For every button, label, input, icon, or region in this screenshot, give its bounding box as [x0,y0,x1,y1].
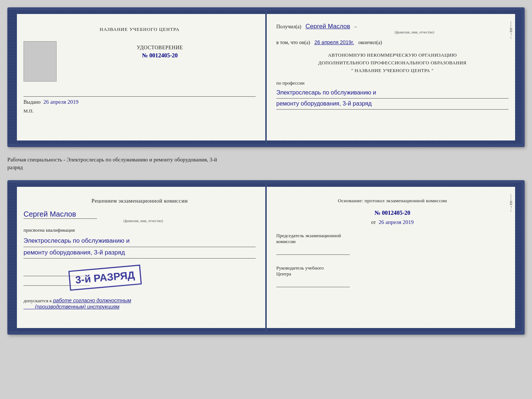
cert1-id-value: 0012405-20 [149,52,177,58]
cert1-date-suffix: окончил(а) [358,40,382,45]
specialty-text-content: Рабочая специальность - Электрослесарь п… [7,157,217,170]
cert1-org-line3: " НАЗВАНИЕ УЧЕБНОГО ЦЕНТРА " [276,67,508,75]
cert2-date-value: 26 апреля 2019 [378,219,414,225]
cert1-left-page: НАЗВАНИЕ УЧЕБНОГО ЦЕНТРА УДОСТОВЕРЕНИЕ №… [10,10,266,144]
cert2-left-page: Решением экзаменационной комиссии Сергей… [10,183,266,332]
cert1-training-center-title: НАЗВАНИЕ УЧЕБНОГО ЦЕНТРА [24,26,256,32]
cert2-director-text: Руководитель учебногоЦентра [276,265,324,277]
cert2-chairman-label: Председатель экзаменационнойкомиссии [276,233,508,245]
cert1-org-line2: ДОПОЛНИТЕЛЬНОГО ПРОФЕССИОНАЛЬНОГО ОБРАЗО… [276,59,508,67]
cert2-doc-prefix: № [374,210,380,216]
cert2-right-decoration: –––иа←– [507,194,515,212]
cert2-right-page: Основание: протокол экзаменационной коми… [266,183,522,332]
cert1-recipient-name: Сергей Маслов [305,23,350,30]
cert1-mp: М.П. [24,108,256,114]
certificate-book-2: Решением экзаменационной комиссии Сергей… [7,180,525,335]
left-spine-strip-2 [10,183,17,332]
cert2-stamp-text: 3-й РАЗРЯД [75,269,135,286]
cert2-chairman-sig [276,247,350,255]
cert1-right-decoration: –––иа←– [507,21,515,39]
cert1-id-prefix: № [142,52,148,58]
cert1-profession-line2: ремонту оборудования, 3-й разряд [276,99,508,110]
cert1-org-block: АВТОНОМНУЮ НЕКОММЕРЧЕСКУЮ ОРГАНИЗАЦИЮ ДО… [276,51,508,74]
cert1-issued-line: Выдано 26 апреля 2019 [24,96,256,105]
cert1-profession-label: по профессии [276,80,508,86]
cert1-profession-line1: Электрослесарь по обслуживанию и [276,88,508,99]
cert2-name-block: Сергей Маслов (фамилия, имя, отчество) [24,210,256,223]
cert2-name-hint: (фамилия, имя, отчество) [31,219,256,223]
cert2-recipient-name: Сергей Маслов [24,210,97,219]
cert2-director-sig [276,280,350,287]
cert1-issued-label: Выдано [24,99,41,105]
cert2-qual-line1: Электрослесарь по обслуживанию и [24,235,256,247]
cert1-date-prefix: в том, что он(а) [276,40,310,45]
cert2-date-prefix: от [371,220,376,225]
cert1-date-value: 26 апреля 2019г. [314,39,354,45]
cert1-right-page: Получил(а) Сергей Маслов – (фамилия, имя… [266,10,522,144]
cert2-allowed-prefix: допускается к [24,298,52,303]
cert2-qual-line2: ремонту оборудования, 3-й разряд [24,247,256,259]
cert2-chairman-text: Председатель экзаменационнойкомиссии [276,233,341,244]
cert1-org-line1: АВТОНОМНУЮ НЕКОММЕРЧЕСКУЮ ОРГАНИЗАЦИЮ [276,51,508,59]
cert2-basis-heading: Основание: протокол экзаменационной коми… [276,198,508,204]
cert1-id-block: УДОСТОВЕРЕНИЕ № 0012405-20 [64,45,256,59]
cert1-right-content: Получил(а) Сергей Маслов – (фамилия, имя… [276,19,508,110]
right-spine-strip-2 [515,183,522,332]
cert1-received-line: Получил(а) Сергей Маслов – (фамилия, имя… [276,23,508,34]
cert1-issued-date: 26 апреля 2019 [43,99,79,105]
cert2-doc-date: от 26 апреля 2019 [276,219,508,225]
cert1-name-hint: (фамилия, имя, отчество) [320,30,508,34]
cert1-photo-block: УДОСТОВЕРЕНИЕ № 0012405-20 [24,41,256,82]
cert2-director-label: Руководитель учебногоЦентра [276,265,508,277]
cert1-received-prefix: Получил(а) [276,24,301,29]
cert2-allowed-block: допускается к работе согласно должностны… [24,298,256,310]
cert2-stamp: 3-й РАЗРЯД [68,265,142,291]
page-wrapper: НАЗВАНИЕ УЧЕБНОГО ЦЕНТРА УДОСТОВЕРЕНИЕ №… [7,7,525,335]
cert2-assigned-label: присвоена квалификация [24,227,256,233]
cert2-doc-number-value: 0012405-20 [382,210,410,216]
cert1-date-line: в том, что он(а) 26 апреля 2019г. окончи… [276,39,508,46]
cert1-photo [24,41,57,82]
specialty-text: Рабочая специальность - Электрослесарь п… [7,154,525,174]
certificate-book-1: НАЗВАНИЕ УЧЕБНОГО ЦЕНТРА УДОСТОВЕРЕНИЕ №… [7,7,525,147]
left-spine-strip [10,10,17,144]
right-spine-strip-1 [515,10,522,144]
cert2-doc-number: № 0012405-20 [276,210,508,216]
cert1-id-number: № 0012405-20 [64,52,256,59]
cert2-heading: Решением экзаменационной комиссии [24,198,256,204]
cert1-id-label: УДОСТОВЕРЕНИЕ [64,45,256,51]
